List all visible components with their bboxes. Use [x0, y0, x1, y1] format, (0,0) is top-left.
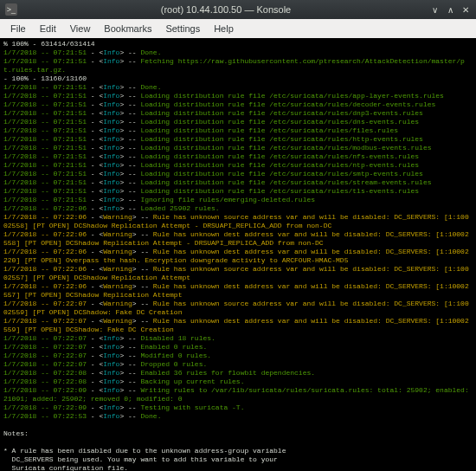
terminal-output[interactable]: % 100% - 631414/6314141/7/2018 -- 07:21:… [0, 38, 476, 471]
notes-line: DC_SERVERS being used. You may want to a… [3, 455, 473, 464]
terminal-line: 1/7/2018 -- 07:22:08 - <Info> -- Enabled… [3, 369, 473, 377]
terminal-line: 1/7/2018 -- 07:21:51 - <Info> -- Ignorin… [3, 196, 473, 204]
terminal-line: 1/7/2018 -- 07:22:06 - <Info> -- Loaded … [3, 204, 473, 213]
terminal-line: 1/7/2018 -- 07:21:51 - <Info> -- Loading… [3, 92, 473, 100]
terminal-icon: >_ [5, 3, 17, 16]
terminal-line: 1/7/2018 -- 07:22:07 - <Warning> -- Rule… [3, 300, 473, 317]
terminal-line: 1/7/2018 -- 07:21:51 - <Info> -- Loading… [3, 144, 473, 152]
terminal-line: 1/7/2018 -- 07:22:06 - <Warning> -- Rule… [3, 265, 473, 282]
terminal-line: 1/7/2018 -- 07:22:53 - <Info> -- Done. [3, 412, 473, 421]
menu-help[interactable]: Help [207, 21, 241, 36]
terminal-line: 1/7/2018 -- 07:21:51 - <Info> -- Fetchin… [3, 57, 473, 74]
terminal-line: 1/7/2018 -- 07:21:51 - <Info> -- Loading… [3, 118, 473, 126]
terminal-line: 1/7/2018 -- 07:22:07 - <Warning> -- Rule… [3, 317, 473, 334]
terminal-line: 1/7/2018 -- 07:21:51 - <Info> -- Loading… [3, 170, 473, 178]
terminal-line: 1/7/2018 -- 07:22:07 - <Info> -- Dropped… [3, 360, 473, 369]
maximize-button[interactable]: ∧ [445, 4, 455, 15]
window-titlebar: >_ (root) 10.44.100.50 — Konsole ∨ ∧ ✕ [0, 0, 476, 19]
notes-line: * A rule has been disabled due to the un… [3, 447, 473, 455]
menu-bar: File Edit View Bookmarks Settings Help [0, 19, 476, 38]
terminal-line: 1/7/2018 -- 07:21:51 - <Info> -- Loading… [3, 135, 473, 144]
menu-settings[interactable]: Settings [158, 21, 207, 36]
terminal-line: 1/7/2018 -- 07:21:51 - <Info> -- Loading… [3, 161, 473, 170]
terminal-line: 1/7/2018 -- 07:21:51 - <Info> -- Loading… [3, 152, 473, 161]
terminal-line: 1/7/2018 -- 07:21:51 - <Info> -- Loading… [3, 178, 473, 187]
menu-file[interactable]: File [3, 21, 33, 36]
notes-line: Suricata configuration file. [3, 464, 473, 471]
terminal-line: 1/7/2018 -- 07:22:07 - <Info> -- Enabled… [3, 343, 473, 352]
terminal-line: 1/7/2018 -- 07:22:06 - <Warning> -- Rule… [3, 282, 473, 300]
notes-header: Notes: [3, 429, 473, 438]
terminal-line: 1/7/2018 -- 07:22:06 - <Warning> -- Rule… [3, 248, 473, 265]
terminal-line: 1/7/2018 -- 07:21:51 - <Info> -- Loading… [3, 187, 473, 196]
terminal-line: 1/7/2018 -- 07:22:09 - <Info> -- Testing… [3, 403, 473, 412]
menu-bookmarks[interactable]: Bookmarks [97, 21, 158, 36]
terminal-line: 1/7/2018 -- 07:22:06 - <Warning> -- Rule… [3, 213, 473, 230]
terminal-line: 1/7/2018 -- 07:21:51 - <Info> -- Loading… [3, 109, 473, 118]
close-button[interactable]: ✕ [460, 4, 471, 15]
window-title: (root) 10.44.100.50 — Konsole [23, 4, 429, 15]
terminal-line: 1/7/2018 -- 07:21:51 - <Info> -- Done. [3, 48, 473, 57]
menu-view[interactable]: View [63, 21, 98, 36]
terminal-line: 1/7/2018 -- 07:21:51 - <Info> -- Loading… [3, 100, 473, 109]
minimize-button[interactable]: ∨ [429, 4, 440, 15]
terminal-line: - 100% - 13160/13160 [3, 74, 473, 83]
terminal-line: 1/7/2018 -- 07:22:08 - <Info> -- Backing… [3, 377, 473, 386]
terminal-line: 1/7/2018 -- 07:22:07 - <Info> -- Modifie… [3, 352, 473, 360]
terminal-line: 1/7/2018 -- 07:21:51 - <Info> -- Done. [3, 83, 473, 92]
terminal-line: 1/7/2018 -- 07:22:07 - <Info> -- Disable… [3, 334, 473, 343]
menu-edit[interactable]: Edit [33, 21, 63, 36]
terminal-line: 1/7/2018 -- 07:21:51 - <Info> -- Loading… [3, 126, 473, 135]
terminal-line: 1/7/2018 -- 07:22:09 - <Info> -- Writing… [3, 386, 473, 403]
terminal-line: 1/7/2018 -- 07:22:06 - <Warning> -- Rule… [3, 230, 473, 248]
terminal-line: % 100% - 631414/631414 [3, 40, 473, 48]
